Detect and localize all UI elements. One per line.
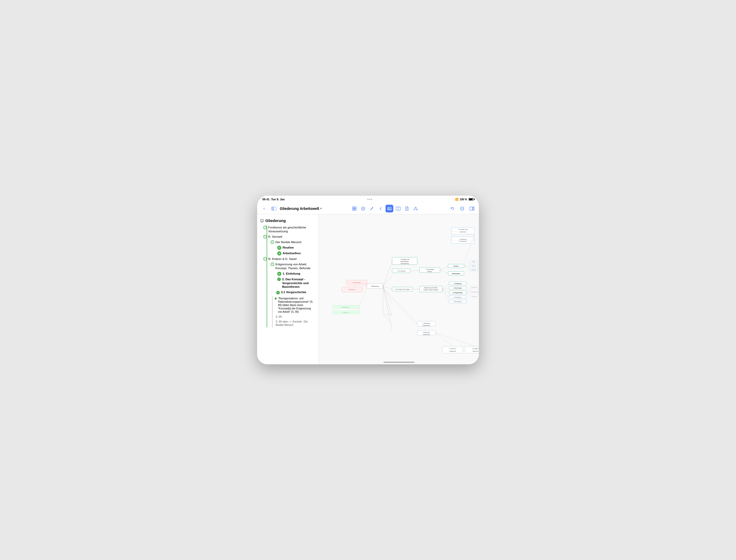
svg-text:2. Das Konzept: 2. Das Konzept xyxy=(454,287,462,289)
svg-rect-169 xyxy=(465,346,479,353)
svg-text:5.1 Typen von: 5.1 Typen von xyxy=(449,348,456,349)
dots-indicator xyxy=(367,199,372,200)
scroll-indicator xyxy=(383,362,414,363)
list-item[interactable]: Fordismus als geschichtliche Voraussetzu… xyxy=(257,225,319,234)
share-icon xyxy=(414,207,418,211)
svg-point-20 xyxy=(461,208,462,209)
svg-text:Vorgeschichte: Vorgeschichte xyxy=(353,282,361,283)
svg-text:für Arbeitswelt: für Arbeitswelt xyxy=(459,241,467,242)
more-button[interactable] xyxy=(458,205,466,212)
list-item[interactable]: Entgrenzung von Arbeit. Konzept, Thesen,… xyxy=(257,262,319,271)
status-bar-left: 09:41 Tue 9. Jan xyxy=(262,198,285,201)
back-button[interactable]: ‹ xyxy=(260,205,268,212)
document-title: Gliederung Arbeitswelt ▾ xyxy=(280,207,322,211)
item-text: Routine xyxy=(283,246,316,250)
svg-point-14 xyxy=(415,207,416,208)
outline-panel: Gliederung Fordismus als geschichtliche … xyxy=(257,214,319,364)
item-text: 2. Das Konzept - Vorgeschichte und Basis… xyxy=(282,277,316,289)
item-text: Entgrenzung von Arbeit. Konzept, Thesen,… xyxy=(275,262,316,270)
svg-rect-4 xyxy=(355,207,356,208)
toolbar: ‹ Gliederung Arbeitswelt ▾ xyxy=(257,203,479,214)
image-icon xyxy=(387,207,391,211)
sidebar-right-button[interactable] xyxy=(468,205,476,212)
svg-line-17 xyxy=(414,208,416,209)
pen-icon xyxy=(370,207,374,211)
item-text: S. 89 xyxy=(276,315,316,318)
outline-items-container: Fordismus als geschichtliche Voraussetzu… xyxy=(257,225,319,327)
item-text: R. Sennett xyxy=(268,235,316,239)
svg-rect-3 xyxy=(353,207,354,208)
time: 09:41 xyxy=(262,198,269,201)
list-item[interactable]: 1. Einleitung xyxy=(257,271,319,277)
status-bar-right: 📶 100 % xyxy=(455,198,474,201)
svg-text:1. Fordismus als: 1. Fordismus als xyxy=(400,259,409,260)
outline-collapse-icon[interactable] xyxy=(260,219,264,223)
svg-text:1.2 Bedeutung: 1.2 Bedeutung xyxy=(459,239,467,240)
svg-text:4. Bewertung: 4. Bewertung xyxy=(423,323,430,324)
grid-view-button[interactable] xyxy=(350,205,358,212)
grid-icon xyxy=(352,207,356,211)
svg-text:Entgrenzung: Entgrenzung xyxy=(423,334,430,335)
svg-text:Mensch: Mensch xyxy=(428,271,432,272)
list-item[interactable]: Arbeitsethos xyxy=(257,251,319,256)
svg-text:Definition: Definition xyxy=(472,265,476,266)
toolbar-center xyxy=(324,205,446,212)
image-button[interactable] xyxy=(386,205,393,212)
svg-text:S. 89 / S. 90: S. 89 / S. 90 xyxy=(343,312,349,313)
list-item[interactable]: N. Kratzer & D. Sauer xyxy=(257,256,319,262)
svg-text:Entgrenzung: Entgrenzung xyxy=(472,296,477,297)
undo-button[interactable] xyxy=(448,205,456,212)
svg-line-18 xyxy=(416,208,417,209)
svg-text:5.2 Folgen &: 5.2 Folgen & xyxy=(472,348,479,349)
svg-text:Entgrenzung: Entgrenzung xyxy=(449,351,456,352)
svg-text:Gliederung: Gliederung xyxy=(371,285,379,287)
svg-rect-6 xyxy=(355,209,356,210)
item-text: "Reorganisations- und Rationalisierungsp… xyxy=(278,297,316,314)
wifi-icon: 📶 xyxy=(455,198,458,201)
svg-rect-5 xyxy=(353,209,354,210)
list-item[interactable]: R. Sennett xyxy=(257,234,319,240)
undo-icon xyxy=(450,207,454,211)
split-view-button[interactable] xyxy=(394,205,402,212)
outline-header: Gliederung xyxy=(257,217,319,225)
list-item[interactable]: 2. Das Konzept - Vorgeschichte und Basis… xyxy=(257,277,319,290)
svg-text:Begriff: Begriff xyxy=(472,261,475,262)
title-dropdown-icon[interactable]: ▾ xyxy=(320,207,322,210)
device-frame: 09:41 Tue 9. Jan 📶 100 % ‹ xyxy=(257,196,479,364)
list-item[interactable]: ⋮ 2.1 Vorgeschichte xyxy=(257,290,319,296)
main-content: Gliederung Fordismus als geschichtliche … xyxy=(257,214,479,364)
svg-text:Bedeutung: Bedeutung xyxy=(471,269,476,270)
document-button[interactable] xyxy=(403,205,411,212)
svg-point-21 xyxy=(462,208,462,209)
svg-point-22 xyxy=(463,208,463,209)
date: Tue 9. Jan xyxy=(271,198,285,201)
mindmap-canvas[interactable]: Gliederung 1. Fordismus als geschichtlic… xyxy=(319,214,479,364)
check-button[interactable] xyxy=(359,205,367,212)
back-arrow-button[interactable] xyxy=(377,205,385,212)
svg-rect-0 xyxy=(272,207,273,210)
svg-text:Bewertung: Bewertung xyxy=(473,351,478,352)
svg-text:2. R. Sennett: 2. R. Sennett xyxy=(397,270,405,272)
more-icon xyxy=(460,207,464,211)
outline-title: Gliederung xyxy=(265,218,286,223)
svg-text:2.1 Vorgeschichte: 2.1 Vorgeschichte xyxy=(453,292,463,293)
pen-button[interactable] xyxy=(368,205,376,212)
list-item[interactable]: S. 90 oben –> Sonnett - Der flexible Men… xyxy=(257,319,319,327)
list-item[interactable]: Routine xyxy=(257,245,319,251)
list-item[interactable]: Der flexible Mensch xyxy=(257,240,319,245)
svg-rect-24 xyxy=(473,207,474,210)
svg-text:2.2 Basisthesen: 2.2 Basisthesen xyxy=(454,297,462,298)
split-view-icon xyxy=(396,207,400,210)
sidebar-toggle-button[interactable] xyxy=(270,205,278,212)
svg-text:Routine: Routine xyxy=(454,265,459,267)
share-button[interactable] xyxy=(412,205,420,212)
item-text: 1. Einleitung xyxy=(283,272,316,276)
document-icon xyxy=(405,207,409,211)
list-item[interactable]: S. 89 xyxy=(257,314,319,319)
svg-point-26 xyxy=(260,219,264,222)
item-text: Fordismus als geschichtliche Voraussetzu… xyxy=(268,226,316,233)
svg-text:geschichtliche: geschichtliche xyxy=(401,261,409,262)
list-item[interactable]: "Reorganisations- und Rationalisierungsp… xyxy=(257,296,319,314)
toolbar-right xyxy=(448,205,476,212)
svg-text:Arbeitsethos: Arbeitsethos xyxy=(452,273,460,274)
